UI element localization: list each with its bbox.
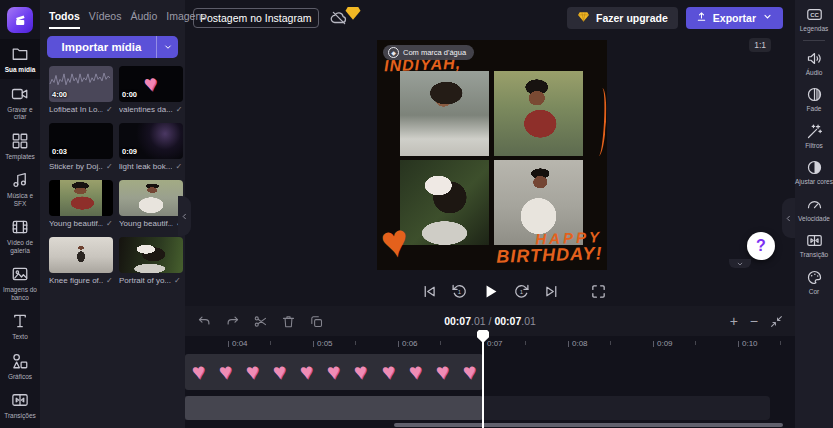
duplicate-button[interactable] — [309, 314, 324, 329]
skip-to-end-button[interactable] — [543, 283, 560, 300]
tab-imagens[interactable]: Imagens — [166, 10, 206, 29]
zoom-to-fit-button[interactable] — [770, 315, 783, 328]
zoom-out-button[interactable]: − — [750, 314, 758, 328]
speedometer-icon — [806, 196, 823, 213]
media-item[interactable]: 0:09 light leak bok... ✓ — [119, 123, 183, 171]
playhead-line — [482, 332, 484, 428]
import-media-button[interactable]: Importar mídia — [47, 36, 156, 58]
import-media-dropdown[interactable] — [156, 36, 178, 58]
zoom-in-button[interactable]: + — [730, 314, 738, 328]
video-clip-hearts[interactable]: ♥♥♥♥♥♥♥♥♥♥♥ — [185, 354, 483, 390]
media-item[interactable]: Portrait of yo... ✓ — [119, 237, 183, 285]
sidebar-item-texto[interactable]: Texto — [0, 306, 40, 346]
timeline-scrollbar[interactable] — [394, 423, 783, 427]
ruler-minor-tick — [440, 341, 441, 345]
tab-todos[interactable]: Todos — [49, 10, 80, 29]
media-thumbnail[interactable]: 0:09 — [119, 123, 183, 159]
video-canvas[interactable]: ◆ Com marca d'água INDIYAH, ♥ HAPPY BIRT… — [377, 40, 607, 270]
tab-vídeos[interactable]: Vídeos — [89, 10, 122, 29]
export-button[interactable]: Exportar — [686, 7, 783, 29]
templates-icon — [11, 132, 29, 150]
diamond-icon — [577, 10, 590, 25]
media-thumbnail[interactable]: ♥0:00 — [119, 66, 183, 102]
help-collapse-tab[interactable] — [729, 259, 751, 268]
sidebar-item-imagens-do-banco[interactable]: Imagens do banco — [0, 259, 40, 306]
duration-badge: 4:00 — [52, 90, 67, 99]
sidebar-item-gravar-e-criar[interactable]: Gravar e criar — [0, 79, 40, 126]
properties-item-cor[interactable]: Cor — [795, 263, 833, 300]
clipchamp-logo-icon[interactable] — [7, 7, 33, 33]
topbar-actions: Fazer upgrade Exportar — [567, 7, 795, 29]
media-tabs: TodosVídeosÁudioImagens — [40, 0, 185, 29]
delete-button[interactable] — [281, 314, 296, 329]
media-item[interactable]: ♥0:00 valentines da... ✓ — [119, 66, 183, 114]
watermark-chip[interactable]: ◆ Com marca d'água — [383, 45, 474, 60]
aspect-ratio-badge[interactable]: 1:1 — [749, 38, 771, 52]
media-thumbnail[interactable]: 4:00 — [49, 66, 113, 102]
skip-to-start-button[interactable] — [421, 283, 438, 300]
chevron-down-icon — [163, 38, 173, 56]
properties-item-audio[interactable]: Áudio — [795, 44, 833, 81]
media-item[interactable]: 0:03 Sticker by Doj... ✓ — [49, 123, 113, 171]
heart-thumbnail-icon: ♥ — [143, 70, 160, 98]
ruler-label: 0:04 — [228, 339, 248, 348]
check-icon: ✓ — [176, 105, 183, 114]
adjust-colors-icon — [806, 159, 823, 176]
ruler-label: 0:05 — [313, 339, 333, 348]
play-button[interactable] — [481, 282, 500, 301]
audio-clip[interactable] — [185, 396, 483, 420]
sidebar-item-sua-midia[interactable]: Sua mídia — [0, 39, 40, 79]
properties-item-filtros[interactable]: Filtros — [795, 117, 833, 154]
ruler-minor-tick — [355, 341, 356, 345]
duration-badge: 0:09 — [122, 147, 137, 156]
media-thumbnail[interactable] — [119, 180, 183, 216]
sidebar-item-kit-da-marca[interactable]: Kit da marca — [0, 425, 40, 428]
video-camera-icon — [11, 85, 29, 103]
split-scissors-button[interactable] — [253, 314, 268, 329]
ruler-label: 0:06 — [398, 339, 418, 348]
sidebar-item-graficos[interactable]: Gráficos — [0, 346, 40, 386]
tab-áudio[interactable]: Áudio — [130, 10, 157, 29]
jump-forward-1s-button[interactable]: 1 — [513, 283, 530, 300]
properties-item-ajustar-cores[interactable]: Ajustar cores — [795, 153, 833, 190]
collapse-media-panel-handle[interactable] — [178, 196, 191, 236]
ruler-label: 0:10 — [738, 339, 758, 348]
speaker-icon — [806, 50, 823, 67]
film-icon — [11, 218, 29, 236]
properties-item-legendas[interactable]: CC Legendas — [795, 0, 833, 37]
expand-properties-panel-handle[interactable] — [782, 198, 795, 238]
sidebar-item-templates[interactable]: Templates — [0, 126, 40, 166]
properties-item-transicao[interactable]: Transição — [795, 226, 833, 263]
media-item[interactable]: Knee figure of... ✓ — [49, 237, 113, 285]
jump-back-1s-button[interactable]: 1 — [451, 283, 468, 300]
redo-button[interactable] — [225, 314, 240, 329]
media-item[interactable]: 4:00 Lofibeat In Lo... ✓ — [49, 66, 113, 114]
help-button[interactable]: ? — [747, 232, 775, 260]
media-thumbnail[interactable] — [49, 180, 113, 216]
collage-photo-top-left — [400, 71, 489, 156]
sidebar-item-video-de-galeria[interactable]: Vídeo de galeria — [0, 212, 40, 259]
premium-badge-icon — [344, 4, 352, 12]
properties-item-velocidade[interactable]: Velocidade — [795, 190, 833, 227]
ruler-minor-tick — [780, 341, 781, 345]
divider — [803, 40, 825, 41]
sidebar-item-transicoes[interactable]: Transições — [0, 385, 40, 425]
shapes-icon — [11, 352, 29, 370]
svg-text:1: 1 — [519, 289, 523, 295]
media-thumbnail[interactable] — [119, 237, 183, 273]
project-title-input[interactable] — [193, 8, 319, 28]
timeline-zoom-controls: + − — [730, 306, 783, 336]
sidebar-item-musica-e-sfx[interactable]: Música e SFX — [0, 165, 40, 212]
media-item[interactable]: Young beautif... ✓ — [49, 180, 113, 228]
media-item[interactable]: Young beautif... ✓ — [119, 180, 183, 228]
media-thumbnail[interactable]: 0:03 — [49, 123, 113, 159]
upgrade-button[interactable]: Fazer upgrade — [567, 7, 678, 29]
fullscreen-button[interactable] — [590, 283, 607, 300]
ruler-label: 0:08 — [568, 339, 588, 348]
media-thumbnail[interactable] — [49, 237, 113, 273]
timeline-ruler[interactable]: 0:040:050:060:070:080:090:10 — [185, 336, 795, 352]
ruler-minor-tick — [695, 341, 696, 345]
undo-button[interactable] — [197, 314, 212, 329]
cloud-sync-off-icon[interactable] — [330, 9, 348, 27]
properties-item-fade[interactable]: Fade — [795, 80, 833, 117]
